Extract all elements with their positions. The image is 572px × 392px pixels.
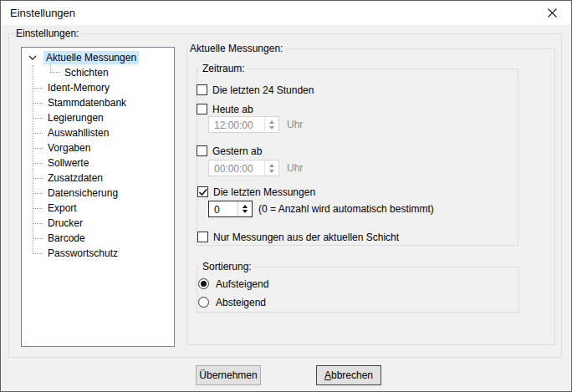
tree-item-label[interactable]: Stammdatenbank	[45, 96, 129, 109]
uhr-label: Uhr	[287, 162, 303, 174]
radio-dot-icon	[201, 281, 207, 287]
radio-label[interactable]: Absteigend	[216, 297, 266, 308]
heute-time-spinner: 12:00:00	[208, 116, 279, 133]
tree-item-zusatzdaten[interactable]: Zusatzdaten	[22, 171, 174, 186]
checkbox-box-checked[interactable]	[197, 186, 208, 197]
tree-item-label[interactable]: Zusatzdaten	[45, 171, 105, 185]
apply-button-label: Übernehmen	[197, 366, 260, 384]
check-icon	[198, 187, 207, 196]
checkbox-label[interactable]: Die letzten Messungen	[213, 186, 315, 198]
tree-item-label[interactable]: Passwortschutz	[45, 247, 120, 260]
tree-item-passwortschutz[interactable]: Passwortschutz	[22, 246, 174, 261]
heute-time-value: 12:00:00	[209, 117, 264, 132]
tree-item-label[interactable]: Export	[45, 201, 79, 215]
gestern-time-spin-buttons	[264, 160, 278, 176]
tree-item-label[interactable]: Datensicherung	[45, 186, 120, 200]
settings-tree[interactable]: Aktuelle Messungen Schichten Ident-Memor…	[21, 47, 175, 347]
tree-item-label[interactable]: Ident-Memory	[45, 81, 112, 94]
titlebar: Einstellungen	[1, 1, 571, 25]
settings-groupbox-label: Einstellungen:	[13, 28, 81, 39]
window-title: Einstellungen	[10, 1, 75, 25]
radio-button[interactable]	[198, 297, 209, 308]
tree-item-legierungen[interactable]: Legierungen	[22, 110, 174, 125]
tree-item-label[interactable]: Drucker	[45, 216, 85, 230]
uhr-label: Uhr	[287, 119, 303, 130]
spin-down-icon	[269, 126, 274, 130]
radio-aufsteigend[interactable]: Aufsteigend	[198, 277, 268, 290]
tree-item-aktuelle-messungen[interactable]: Aktuelle Messungen	[22, 50, 174, 65]
anzahl-row: 0 (0 = Anzahl wird automatisch bestimmt)	[208, 201, 434, 217]
tree-item-sollwerte[interactable]: Sollwerte	[22, 155, 174, 171]
spin-up-icon[interactable]	[243, 205, 248, 208]
checkbox-heute-ab[interactable]: Heute ab	[197, 103, 253, 115]
spin-up-icon	[269, 164, 274, 167]
tree-item-datensicherung[interactable]: Datensicherung	[22, 186, 174, 201]
heute-time-spin-buttons	[264, 117, 278, 132]
radio-absteigend[interactable]: Absteigend	[198, 296, 266, 308]
tree-item-barcode[interactable]: Barcode	[22, 231, 174, 246]
checkbox-label[interactable]: Die letzten 24 Stunden	[212, 84, 314, 96]
radio-button-selected[interactable]	[198, 278, 209, 289]
spin-up-icon	[269, 120, 274, 124]
tree-item-export[interactable]: Export	[22, 201, 174, 216]
gestern-time-row: 00:00:00 Uhr	[208, 160, 303, 176]
anzahl-value[interactable]: 0	[209, 201, 237, 216]
tree-item-label[interactable]: Aktuelle Messungen	[43, 51, 139, 64]
chevron-down-icon[interactable]	[28, 55, 37, 60]
anzahl-spin-buttons[interactable]	[237, 201, 252, 216]
spin-down-icon	[269, 170, 274, 173]
checkbox-nur-messungen-aktuelle-schicht[interactable]: Nur Messungen aus der aktuellen Schicht	[197, 231, 399, 243]
checkbox-box[interactable]	[197, 84, 207, 95]
checkbox-label[interactable]: Nur Messungen aus der aktuellen Schicht	[213, 232, 399, 243]
spin-down-icon[interactable]	[243, 210, 248, 213]
checkbox-box[interactable]	[197, 232, 208, 242]
tree-item-label[interactable]: Schichten	[62, 66, 111, 79]
apply-button[interactable]: Übernehmen	[196, 365, 261, 385]
checkbox-label[interactable]: Gestern ab	[212, 145, 262, 157]
anzahl-spinner[interactable]: 0	[208, 201, 253, 217]
radio-label[interactable]: Aufsteigend	[216, 278, 268, 290]
sortierung-groupbox-label: Sortierung:	[200, 261, 254, 272]
checkbox-gestern-ab[interactable]: Gestern ab	[197, 145, 262, 157]
tree-item-label[interactable]: Sollwerte	[45, 156, 91, 170]
checkbox-box[interactable]	[197, 145, 207, 156]
cancel-button-label: Abbrechen	[317, 366, 380, 384]
gestern-time-value: 00:00:00	[209, 160, 264, 176]
tree-item-schichten[interactable]: Schichten	[22, 65, 174, 80]
zeitraum-groupbox-label: Zeitraum:	[200, 63, 248, 74]
aktuelle-messungen-groupbox-label: Aktuelle Messungen:	[187, 43, 285, 54]
tree-item-label[interactable]: Legierungen	[45, 111, 106, 125]
tree-item-auswahllisten[interactable]: Auswahllisten	[22, 125, 174, 140]
tree-item-vorgaben[interactable]: Vorgaben	[22, 140, 174, 155]
checkbox-die-letzten-messungen[interactable]: Die letzten Messungen	[197, 186, 315, 198]
gestern-time-spinner: 00:00:00	[208, 160, 279, 176]
checkbox-box[interactable]	[197, 104, 207, 115]
checkbox-die-letzten-24-stunden[interactable]: Die letzten 24 Stunden	[197, 84, 314, 96]
close-icon	[548, 8, 557, 18]
tree-item-label[interactable]: Barcode	[45, 232, 88, 245]
tree-item-ident-memory[interactable]: Ident-Memory	[22, 80, 174, 95]
checkbox-label[interactable]: Heute ab	[212, 104, 253, 115]
tree-item-drucker[interactable]: Drucker	[22, 216, 174, 231]
cancel-button[interactable]: Abbrechen	[316, 365, 381, 385]
settings-dialog: Einstellungen Einstellungen: Aktuelle Me…	[0, 0, 572, 392]
tree-item-stammdatenbank[interactable]: Stammdatenbank	[22, 95, 174, 110]
tree-item-label[interactable]: Auswahllisten	[45, 126, 111, 140]
heute-time-row: 12:00:00 Uhr	[208, 116, 303, 133]
close-button[interactable]	[534, 1, 571, 25]
anzahl-hint: (0 = Anzahl wird automatisch bestimmt)	[258, 203, 434, 215]
tree-item-label[interactable]: Vorgaben	[45, 141, 93, 155]
